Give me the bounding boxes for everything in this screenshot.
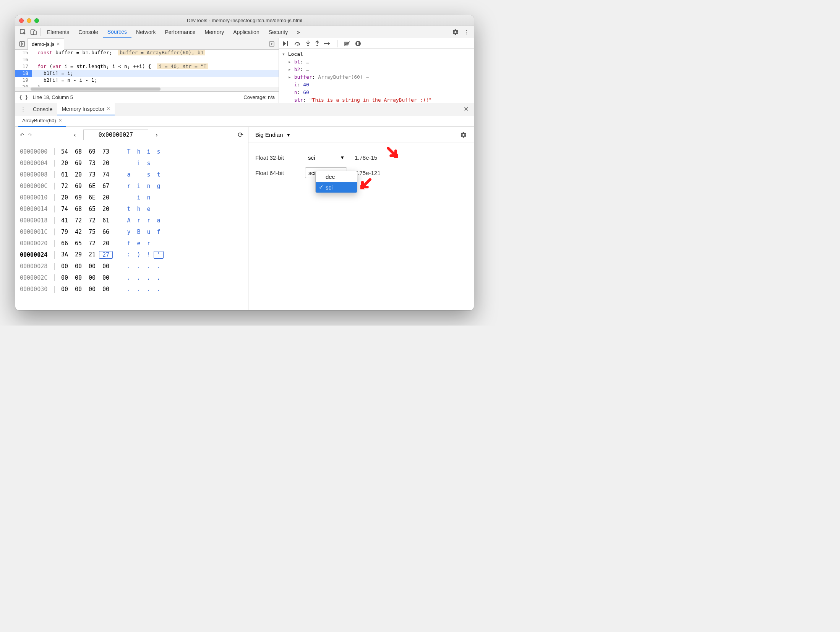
gear-icon[interactable]	[450, 27, 461, 37]
kebab-menu-icon[interactable]: ⋮	[461, 27, 472, 37]
tab-performance[interactable]: Performance	[160, 26, 200, 38]
next-address-button[interactable]: ›	[152, 131, 161, 138]
svg-point-10	[297, 44, 298, 45]
device-toolbar-icon[interactable]	[28, 27, 39, 37]
undo-icon[interactable]: ↶	[20, 132, 24, 138]
format-dropdown[interactable]: decsci	[315, 171, 357, 193]
value-type-label: Float 64-bit	[255, 170, 297, 176]
value-display: 7.75e-121	[355, 170, 381, 176]
debugger-toolbar	[279, 38, 474, 49]
tab-application[interactable]: Application	[229, 26, 264, 38]
source-file-name: demo-js.js	[32, 41, 54, 47]
resume-icon[interactable]	[283, 41, 290, 46]
pretty-print-icon[interactable]: { }	[19, 94, 28, 100]
prev-address-button[interactable]: ‹	[70, 131, 79, 138]
step-icon[interactable]	[324, 41, 331, 46]
step-over-icon[interactable]	[294, 41, 301, 46]
hex-viewer[interactable]: 0000000054686973This0000000420697320 is …	[15, 143, 248, 298]
endianness-select[interactable]: Big Endian ▾	[255, 131, 290, 138]
svg-rect-2	[34, 31, 36, 35]
tab-network[interactable]: Network	[131, 26, 160, 38]
tab-console[interactable]: Console	[74, 26, 102, 38]
svg-rect-17	[357, 42, 358, 45]
coverage-status: Coverage: n/a	[243, 94, 275, 100]
step-into-icon[interactable]	[306, 41, 310, 47]
navigator-toggle-icon[interactable]	[17, 39, 28, 49]
run-snippet-icon[interactable]	[266, 39, 277, 49]
drawer-close-icon[interactable]: ✕	[461, 105, 472, 113]
annotation-arrow	[359, 177, 372, 190]
close-icon[interactable]: ✕	[57, 42, 60, 47]
value-interpreter: Big Endian ▾ Float 32-bitsci▾1.78e-15Flo…	[248, 127, 474, 310]
window-title: DevTools - memory-inspector.glitch.me/de…	[15, 18, 474, 23]
dropdown-option-sci[interactable]: sci	[316, 182, 357, 193]
value-format-select[interactable]: sci▾	[305, 152, 347, 163]
drawer-tab-memory-inspector[interactable]: Memory Inspector ✕	[57, 103, 115, 115]
memory-nav: ↶ ↷ ‹ › ⟳	[15, 127, 248, 143]
code-editor[interactable]: 15const buffer = b1.buffer; buffer = Arr…	[15, 50, 279, 87]
svg-rect-9	[287, 41, 288, 46]
svg-point-11	[307, 45, 309, 46]
refresh-icon[interactable]: ⟳	[238, 131, 243, 139]
dropdown-option-dec[interactable]: dec	[316, 171, 357, 182]
value-display: 1.78e-15	[355, 154, 377, 161]
scope-pane[interactable]: Localb1: …b2: …buffer: ArrayBuffer(60) ⋯…	[279, 49, 474, 103]
devtools-window: DevTools - memory-inspector.glitch.me/de…	[15, 15, 474, 310]
drawer-menu-icon[interactable]: ⋮	[18, 104, 28, 115]
step-out-icon[interactable]	[315, 41, 319, 47]
svg-marker-8	[283, 41, 286, 46]
source-statusbar: { } Line 18, Column 5 Coverage: n/a	[15, 91, 279, 103]
deactivate-breakpoints-icon[interactable]	[344, 41, 350, 46]
cursor-position: Line 18, Column 5	[32, 94, 73, 100]
annotation-arrow	[386, 146, 399, 159]
svg-marker-13	[328, 42, 330, 45]
pause-on-exceptions-icon[interactable]	[355, 41, 361, 47]
value-type-label: Float 32-bit	[255, 154, 297, 161]
svg-point-14	[324, 43, 325, 44]
tab-elements[interactable]: Elements	[42, 26, 74, 38]
endianness-label: Big Endian	[255, 131, 283, 138]
close-icon[interactable]: ✕	[58, 118, 62, 123]
svg-marker-5	[22, 43, 23, 45]
source-tabbar: demo-js.js ✕	[15, 38, 279, 50]
main-toolbar: ElementsConsoleSourcesNetworkPerformance…	[15, 26, 474, 38]
source-file-tab[interactable]: demo-js.js ✕	[28, 38, 64, 50]
tab-sources[interactable]: Sources	[103, 26, 131, 38]
svg-rect-18	[358, 42, 359, 45]
svg-point-16	[355, 41, 361, 46]
chevron-down-icon: ▾	[287, 131, 290, 138]
memory-inspector-tabbar: ArrayBuffer(60) ✕	[15, 115, 474, 127]
tab-memory[interactable]: Memory	[200, 26, 229, 38]
value-row: Float 32-bitsci▾1.78e-15	[255, 150, 467, 165]
memory-buffer-label: ArrayBuffer(60)	[22, 118, 56, 123]
tab-security[interactable]: Security	[264, 26, 293, 38]
horizontal-scrollbar[interactable]	[15, 87, 279, 91]
inspect-element-icon[interactable]	[18, 27, 28, 37]
value-settings-icon[interactable]	[460, 131, 467, 138]
drawer-tabbar: ⋮ ConsoleMemory Inspector ✕ ✕	[15, 103, 474, 115]
memory-buffer-tab[interactable]: ArrayBuffer(60) ✕	[18, 115, 66, 127]
tabs-overflow-icon[interactable]: »	[292, 26, 305, 38]
drawer-tab-console[interactable]: Console	[28, 103, 57, 115]
redo-icon[interactable]: ↷	[28, 132, 32, 138]
svg-point-12	[316, 45, 318, 46]
svg-marker-7	[271, 43, 273, 45]
address-input[interactable]	[83, 130, 148, 140]
titlebar: DevTools - memory-inspector.glitch.me/de…	[15, 15, 474, 26]
